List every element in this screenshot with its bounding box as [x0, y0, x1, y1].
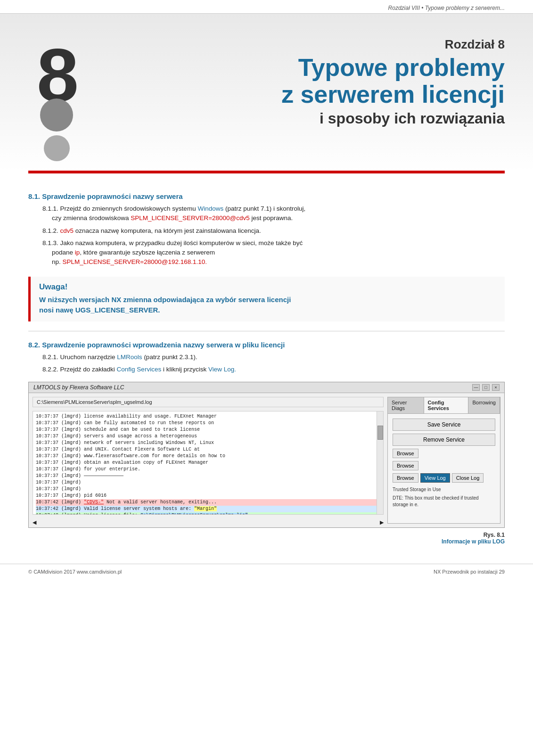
log-path-bar: C:\Siemens\PLMLicenseServer\splm_ugselmd…: [33, 397, 384, 407]
scroll-left-arrow[interactable]: ◀: [33, 519, 36, 526]
page-header: Rozdział VIII • Typowe problemy z serwer…: [0, 0, 533, 14]
chapter-title-col: Rozdział 8 Typowe problemy z serwerem li…: [85, 33, 505, 127]
link-splm-ip[interactable]: SPLM_LICENSE_SERVER=28000@192.168.1.10.: [63, 258, 207, 265]
log-line-4: 10:37:37 (lmgrd) servers and usage acros…: [36, 433, 380, 440]
log-line-8: 10:37:37 (lmgrd) obtain an evaluation co…: [36, 460, 380, 466]
log-line-16: 10:37:42 (lmgrd) Using license file: C:\…: [36, 512, 380, 515]
log-line-11: 10:37:37 (lmgrd): [36, 479, 380, 486]
scroll-controls: ◀ ▶: [29, 518, 387, 527]
main-content: 8.1. Sprawdzenie poprawności nazwy serwe…: [0, 173, 533, 554]
figure-caption: Rys. 8.1 Informacje w pliku LOG: [28, 532, 505, 545]
list-item-8-1-1: 8.1.1. Przejdź do zmiennych środowiskowy…: [42, 204, 505, 223]
minimize-button[interactable]: —: [472, 384, 480, 391]
chapter-label: Rozdział 8: [94, 37, 505, 52]
browse-button-2[interactable]: Browse: [393, 461, 418, 470]
trusted-storage-text: Trusted Storage in Use DTE: This box mus…: [393, 486, 495, 508]
page-footer: © CAMdivision 2017 www.camdivision.pl NX…: [0, 564, 533, 579]
close-button[interactable]: ×: [492, 384, 500, 391]
tab-server-diags[interactable]: Server Diags: [388, 397, 424, 413]
chapter-subtitle: i sposoby ich rozwiązania: [94, 110, 505, 127]
breadcrumb: Rozdział VIII • Typowe problemy z serwer…: [388, 5, 505, 11]
list-item-8-1-2: 8.1.2. cdv5 oznacza nazwę komputera, na …: [42, 226, 505, 236]
chapter-main-title: Typowe problemy z serwerem licencji: [94, 54, 505, 108]
chapter-block: 8 Rozdział 8 Typowe problemy z serwerem …: [0, 14, 533, 171]
footer-left: © CAMdivision 2017 www.camdivision.pl: [28, 569, 122, 575]
maximize-button[interactable]: □: [482, 384, 490, 391]
link-splm-server[interactable]: SPLM_LICENSE_SERVER=28000@cdv5: [131, 214, 249, 222]
log-line-6: 10:37:37 (lmgrd) and UNIX. Contact Flexe…: [36, 446, 380, 453]
warning-title: Uwaga!: [39, 282, 496, 292]
list-item-8-1-3-line3: np. SPLM_LICENSE_SERVER=28000@192.168.1.…: [52, 257, 505, 267]
warning-text: W niższych wersjach NX zmienna odpowiada…: [39, 295, 496, 316]
log-line-3: 10:37:37 (lmgrd) schedule and can be use…: [36, 427, 380, 433]
circle-large: [40, 99, 73, 131]
window-title: LMTOOLS by Flexera Software LLC: [33, 384, 124, 391]
window-body: C:\Siemens\PLMLicenseServer\splm_ugselmd…: [29, 393, 504, 527]
view-log-button[interactable]: View Log: [420, 473, 450, 483]
tab-bar: Server Diags Config Services Borrowing: [388, 397, 500, 414]
log-scrollbar[interactable]: [377, 411, 383, 514]
figure-number: Rys. 8.1: [484, 532, 505, 538]
log-line-1: 10:37:37 (lmgrd) license availability an…: [36, 413, 380, 420]
close-log-button[interactable]: Close Log: [452, 473, 484, 483]
list-item-8-1-3-line2: podane ip, które gwarantuje szybsze łącz…: [52, 248, 505, 257]
browse-button-3[interactable]: Browse: [393, 473, 418, 483]
list-item-8-2-2: 8.2.2. Przejdź do zakładki Config Servic…: [42, 365, 505, 374]
link-ip[interactable]: ip: [75, 249, 80, 256]
remove-service-button[interactable]: Remove Service: [393, 434, 495, 446]
log-line-10: 10:37:37 (lmgrd) ——————————————: [36, 473, 380, 479]
chapter-number-col: 8: [28, 37, 85, 161]
list-item-8-1-1-line2: czy zmienna środowiskowa SPLM_LICENSE_SE…: [52, 214, 505, 223]
link-windows[interactable]: Windows: [197, 205, 223, 212]
log-line-9: 10:37:37 (lmgrd) for your enterprise.: [36, 466, 380, 473]
link-view-log[interactable]: View Log.: [208, 366, 236, 373]
log-line-2: 10:37:37 (lmgrd) can be fully automated …: [36, 420, 380, 427]
right-panel-content: Save Service Remove Service Browse Brows…: [388, 414, 500, 513]
divider: [28, 331, 505, 331]
log-path-text: C:\Siemens\PLMLicenseServer\splm_ugselmd…: [37, 399, 152, 405]
right-panel: Server Diags Config Services Borrowing S…: [387, 397, 500, 524]
lmtools-window: LMTOOLS by Flexera Software LLC — □ × C:…: [28, 382, 505, 528]
section-8-2-heading: 8.2. Sprawdzenie poprawności wprowadzeni…: [28, 341, 505, 349]
log-line-5: 10:37:37 (lmgrd) network of servers incl…: [36, 440, 380, 446]
log-line-13: 10:37:37 (lmgrd) pid 6016: [36, 493, 380, 499]
link-cdv5[interactable]: cdv5: [60, 227, 74, 234]
footer-right: NX Przewodnik po instalacji 29: [434, 569, 505, 575]
window-controls: — □ ×: [472, 384, 500, 391]
link-config-services[interactable]: Config Services: [117, 366, 162, 373]
browse-row-3: Browse View Log Close Log: [393, 473, 495, 483]
browse-button-1[interactable]: Browse: [393, 449, 418, 458]
scroll-right-arrow[interactable]: ▶: [380, 519, 384, 526]
chapter-circles: [40, 99, 73, 161]
tab-config-services[interactable]: Config Services: [424, 397, 469, 413]
section-8-1-heading: 8.1. Sprawdzenie poprawności nazwy serwe…: [28, 192, 505, 200]
save-service-button[interactable]: Save Service: [393, 419, 495, 431]
figure-description: Informacje w pliku LOG: [442, 538, 505, 545]
log-scrollbar-thumb[interactable]: [377, 426, 383, 440]
list-item-8-1-3: 8.1.3. Jako nazwa komputera, w przypadku…: [42, 238, 505, 267]
browse-row-2: Browse: [393, 461, 495, 470]
circle-small: [44, 135, 70, 161]
log-line-12: 10:37:37 (lmgrd): [36, 486, 380, 493]
tab-borrowing[interactable]: Borrowing: [468, 397, 500, 413]
window-titlebar: LMTOOLS by Flexera Software LLC — □ ×: [29, 382, 504, 393]
warning-box: Uwaga! W niższych wersjach NX zmienna od…: [28, 277, 505, 321]
browse-row-1: Browse: [393, 449, 495, 458]
log-content[interactable]: 10:37:37 (lmgrd) license availability an…: [33, 411, 384, 515]
list-item-8-2-1: 8.2.1. Uruchom narzędzie LMRools (patrz …: [42, 353, 505, 362]
log-line-14: 10:37:42 (lmgrd) "CDVS-" Not a valid ser…: [36, 499, 380, 506]
link-lmrools[interactable]: LMRools: [117, 353, 142, 361]
log-line-15: 10:37:42 (lmgrd) Valid license server sy…: [36, 506, 380, 512]
screenshot-container: LMTOOLS by Flexera Software LLC — □ × C:…: [28, 382, 505, 528]
log-section: C:\Siemens\PLMLicenseServer\splm_ugselmd…: [29, 393, 387, 527]
log-line-7: 10:37:37 (lmgrd) www.flexerasoftware.com…: [36, 453, 380, 460]
